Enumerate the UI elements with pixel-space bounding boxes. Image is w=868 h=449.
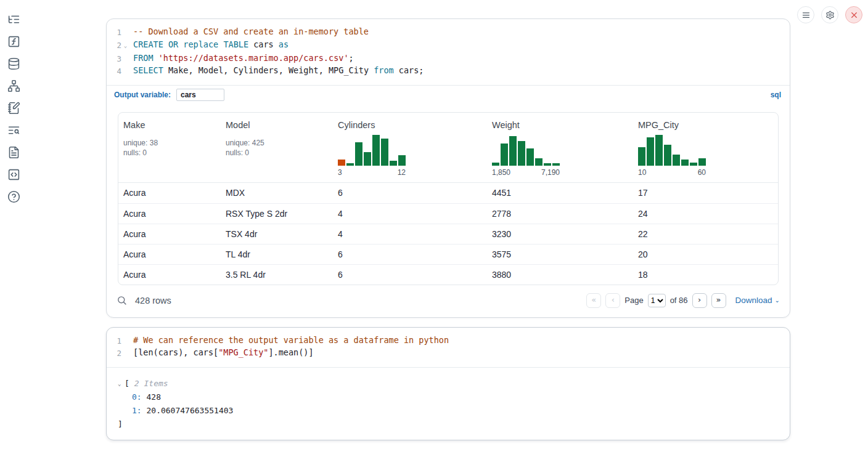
function-icon[interactable] [7,35,20,48]
histogram-bar[interactable] [690,163,697,166]
search-icon[interactable] [117,295,127,305]
sql-code-editor[interactable]: 1-- Download a CSV and create an in-memo… [107,19,790,85]
code-line[interactable]: 2⌄CREATE OR replace TABLE cars as [107,39,790,52]
download-button[interactable]: Download ⌄ [735,296,780,305]
item-index: 1: [132,406,146,415]
row-count: 428 rows [135,296,171,305]
prev-page-button[interactable]: ‹ [605,293,620,308]
help-icon[interactable] [7,190,20,203]
page-select[interactable]: 1 [648,294,666,307]
scratchpad-icon[interactable] [7,102,20,115]
column-histogram[interactable]: 1,8507,190 [492,134,560,177]
code-text: FROM 'https://datasets.marimo.app/cars.c… [129,52,354,65]
last-page-button[interactable]: » [711,293,726,308]
histogram-bar[interactable] [673,155,680,166]
code-line[interactable]: 2[len(cars), cars["MPG_City"].mean()] [107,347,790,360]
fold-indicator-icon[interactable]: ⌄ [121,39,129,52]
line-number: 3 [107,52,121,65]
histogram-bar[interactable] [346,163,354,166]
histogram-bar[interactable] [372,135,380,166]
histogram-range-labels: 1,8507,190 [492,168,560,177]
column-stats: unique: 425nulls: 0 [226,138,328,158]
table-cell: 17 [633,188,778,198]
result-table: Makeunique: 38nulls: 0Modelunique: 425nu… [118,112,779,285]
close-button[interactable] [845,6,862,23]
table-row[interactable]: AcuraRSX Type S 2dr4277824 [118,203,778,224]
table-cell: 3880 [487,270,633,280]
histogram-bar[interactable] [492,163,499,166]
histogram-bar[interactable] [364,152,371,166]
histogram-bar[interactable] [544,163,551,166]
histogram-bar[interactable] [526,148,534,166]
fold-gutter [121,347,129,360]
table-cell: MDX [221,188,333,198]
histogram-bar[interactable] [381,139,388,166]
histogram-bar[interactable] [638,147,645,166]
document-icon[interactable] [7,146,20,159]
table-cell: 18 [633,270,778,280]
next-page-button[interactable]: › [692,293,707,308]
histogram-bar[interactable] [338,160,345,166]
code-line[interactable]: 1-- Download a CSV and create an in-memo… [107,26,790,39]
column-header-cylinders[interactable]: Cylinders312 [333,113,487,182]
histogram-bar[interactable] [655,135,663,166]
histogram-bar[interactable] [390,161,397,166]
table-row[interactable]: AcuraTL 4dr6357520 [118,244,778,264]
collapse-icon[interactable]: ⌄ [118,377,125,390]
histogram-bar[interactable] [518,141,525,166]
histogram-bar[interactable] [664,145,671,166]
output-variable-row: Output variable: sql [107,85,790,105]
histogram-bar[interactable] [647,137,654,166]
notebook: 1-- Download a CSV and create an in-memo… [106,18,790,440]
line-number: 1 [107,26,121,39]
table-cell: 3575 [487,249,633,259]
table-cell: 6 [333,270,487,280]
code-line[interactable]: 1# We can reference the output variable … [107,334,790,347]
logs-search-icon[interactable] [7,124,20,137]
code-snippets-icon[interactable] [7,168,20,181]
column-header-mpg_city[interactable]: MPG_City1060 [633,113,778,182]
histogram-range-labels: 312 [338,168,406,177]
output-tree-header[interactable]: ⌄ [ 2 Items [118,377,779,390]
histogram-bar[interactable] [698,158,706,166]
column-histogram[interactable]: 312 [338,134,406,177]
dependency-graph-icon[interactable] [7,79,20,92]
column-header-make[interactable]: Makeunique: 38nulls: 0 [118,113,221,182]
histogram-bar[interactable] [509,136,517,166]
code-line[interactable]: 4SELECT Make, Model, Cylinders, Weight, … [107,65,790,78]
code-text: CREATE OR replace TABLE cars as [129,39,289,52]
output-variable-input[interactable] [176,89,224,101]
python-code-editor[interactable]: 1# We can reference the output variable … [107,328,790,367]
database-icon[interactable] [7,57,20,70]
table-row[interactable]: AcuraMDX6445117 [118,183,778,203]
closing-bracket: ] [118,418,779,431]
histogram-bar[interactable] [398,155,406,166]
file-tree-icon[interactable] [7,13,20,26]
histogram-bar[interactable] [552,163,560,166]
settings-button[interactable] [821,6,838,23]
table-cell: TL 4dr [221,249,333,259]
table-cell: Acura [118,249,221,259]
histogram-bar[interactable] [535,158,542,166]
histogram-bar[interactable] [355,142,362,166]
histogram-bar[interactable] [501,144,508,166]
column-label: Make [123,120,216,130]
histogram-bar[interactable] [681,160,689,166]
code-line[interactable]: 3FROM 'https://datasets.marimo.app/cars.… [107,52,790,65]
line-number: 4 [107,65,121,78]
column-header-model[interactable]: Modelunique: 425nulls: 0 [221,113,333,182]
table-row[interactable]: Acura3.5 RL 4dr6388018 [118,264,778,285]
menu-button[interactable] [797,6,814,23]
table-body: AcuraMDX6445117AcuraRSX Type S 2dr427782… [118,183,778,285]
column-histogram[interactable]: 1060 [638,134,706,177]
menu-icon [801,10,811,20]
table-row[interactable]: AcuraTSX 4dr4323022 [118,224,778,244]
table-cell: 24 [633,209,778,219]
table-cell: Acura [118,188,221,198]
pagination: « ‹ Page 1 of 86 › » [586,293,726,308]
column-header-weight[interactable]: Weight1,8507,190 [487,113,633,182]
output-list: 0: 4281: 20.060747663551403 [118,390,779,418]
first-page-button[interactable]: « [586,293,601,308]
table-cell: 22 [633,229,778,239]
table-cell: 3230 [487,229,633,239]
